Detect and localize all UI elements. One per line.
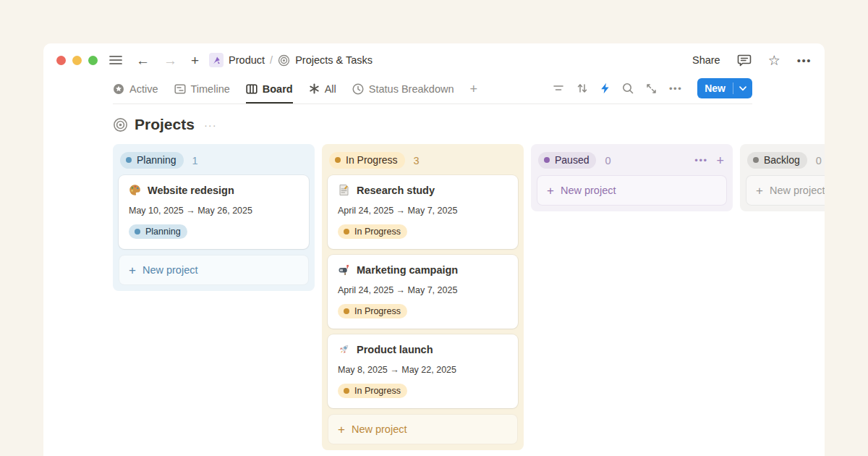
more-options-icon[interactable]: •••: [797, 54, 812, 67]
add-view-button[interactable]: +: [469, 77, 477, 104]
new-project-button[interactable]: + New project: [328, 414, 518, 444]
status-dot: [544, 157, 550, 163]
tab-timeline[interactable]: Timeline: [174, 77, 230, 104]
breadcrumb-space[interactable]: Product: [229, 54, 265, 66]
breadcrumb-page[interactable]: Projects & Tasks: [295, 54, 373, 66]
tab-status-breakdown[interactable]: Status Breakdown: [352, 77, 454, 104]
card-status-pill: In Progress: [338, 384, 407, 398]
column-count: 0: [816, 155, 822, 166]
new-button-label: New: [697, 83, 733, 94]
new-project-label: New project: [142, 264, 198, 276]
new-project-button[interactable]: + New project: [746, 175, 825, 206]
zoom-window-button[interactable]: [88, 56, 98, 65]
share-button[interactable]: Share: [692, 54, 720, 66]
plus-icon: +: [547, 185, 554, 197]
tab-label: All: [325, 83, 336, 95]
minimize-window-button[interactable]: [72, 56, 82, 65]
column-status-pill[interactable]: In Progress: [329, 152, 405, 169]
palette-emoji-icon: [129, 184, 141, 196]
new-project-button[interactable]: + New project: [119, 255, 309, 285]
card-title: Research study: [357, 185, 435, 196]
status-dot: [344, 229, 349, 235]
column-status-pill[interactable]: Planning: [120, 152, 184, 169]
search-icon[interactable]: [622, 83, 634, 94]
close-window-button[interactable]: [56, 56, 66, 65]
traffic-lights: [56, 56, 98, 65]
column-count: 1: [192, 155, 198, 166]
rocket-emoji-icon: [338, 343, 350, 355]
card-dates: May 10, 2025 → May 26, 2025: [129, 206, 299, 216]
chevron-down-icon[interactable]: [733, 86, 752, 91]
tab-all[interactable]: All: [309, 77, 336, 104]
board-view: Planning 1 Website redesign May 10, 2025…: [113, 144, 825, 450]
plus-icon: +: [338, 423, 345, 436]
column-add-icon[interactable]: +: [716, 154, 724, 167]
project-card[interactable]: Website redesign May 10, 2025 → May 26, …: [119, 175, 309, 249]
column-name: Backlog: [764, 154, 800, 166]
target-icon: [278, 54, 290, 67]
column-status-pill[interactable]: Paused: [538, 152, 596, 169]
column-name: Paused: [555, 154, 589, 166]
tab-label: Timeline: [191, 83, 230, 95]
column-header: Planning 1: [119, 150, 309, 175]
status-dot: [753, 157, 759, 163]
clock-icon: [352, 83, 364, 95]
board-icon: [246, 83, 258, 95]
view-more-icon[interactable]: •••: [669, 83, 682, 94]
timeline-icon: [174, 83, 186, 95]
new-tab-icon[interactable]: +: [191, 54, 199, 67]
teamspace-icon[interactable]: [209, 53, 224, 67]
new-button[interactable]: New: [697, 78, 752, 98]
target-icon: [113, 117, 128, 132]
column-count: 0: [605, 155, 610, 166]
expand-icon[interactable]: [646, 83, 657, 94]
titlebar: ← → + Product / Projects & Tasks Share ☆…: [43, 43, 825, 77]
card-status-label: In Progress: [354, 386, 401, 396]
page-header: Projects ···: [113, 116, 825, 133]
new-project-button[interactable]: + New project: [537, 175, 727, 206]
mailbox-emoji-icon: [338, 263, 350, 276]
column-name: Planning: [137, 154, 176, 166]
back-icon[interactable]: ←: [136, 54, 150, 67]
project-card[interactable]: Product launch May 8, 2025 → May 22, 202…: [328, 334, 518, 408]
tab-active[interactable]: Active: [113, 77, 158, 104]
project-card[interactable]: Marketing campaign April 24, 2025 → May …: [328, 255, 518, 329]
column-header: In Progress 3: [328, 150, 518, 175]
column-status-pill[interactable]: Backlog: [747, 152, 807, 169]
column-count: 3: [414, 155, 420, 166]
sort-icon[interactable]: [576, 83, 588, 94]
card-dates: May 8, 2025 → May 22, 2025: [338, 365, 508, 375]
card-dates: April 24, 2025 → May 7, 2025: [338, 206, 508, 216]
view-toolbar: Active Timeline Board All: [113, 77, 752, 104]
column-paused: Paused 0 ••• + + New project: [531, 144, 733, 211]
filter-icon[interactable]: [553, 83, 564, 93]
card-status-pill: Planning: [129, 224, 187, 239]
page-more-icon[interactable]: ···: [204, 119, 217, 131]
memo-emoji-icon: [338, 184, 350, 196]
column-backlog: Backlog 0 + New project: [740, 144, 825, 211]
comments-icon[interactable]: [737, 54, 752, 67]
column-name: In Progress: [346, 154, 398, 166]
favorite-star-icon[interactable]: ☆: [768, 54, 780, 67]
view-tabs: Active Timeline Board All: [113, 77, 477, 104]
tab-label: Active: [129, 83, 158, 95]
card-status-pill: In Progress: [338, 304, 407, 318]
column-header: Backlog 0: [746, 150, 825, 175]
card-title: Website redesign: [148, 185, 234, 196]
column-more-icon[interactable]: •••: [694, 155, 707, 166]
breadcrumb: Product / Projects & Tasks: [209, 53, 373, 67]
hamburger-menu-icon[interactable]: [109, 55, 122, 65]
status-dot: [335, 157, 341, 163]
tab-label: Board: [263, 83, 293, 95]
tab-board[interactable]: Board: [246, 77, 293, 104]
project-card[interactable]: Research study April 24, 2025 → May 7, 2…: [328, 175, 518, 249]
page-title[interactable]: Projects: [135, 116, 195, 133]
column-planning: Planning 1 Website redesign May 10, 2025…: [113, 144, 315, 291]
column-in-progress: In Progress 3 Research study April 24, 2…: [322, 144, 524, 450]
automation-bolt-icon[interactable]: [600, 83, 610, 94]
new-project-label: New project: [352, 423, 407, 435]
breadcrumb-separator: /: [270, 54, 273, 66]
card-title: Product launch: [357, 344, 433, 355]
forward-icon[interactable]: →: [163, 54, 177, 67]
new-project-label: New project: [561, 185, 616, 196]
